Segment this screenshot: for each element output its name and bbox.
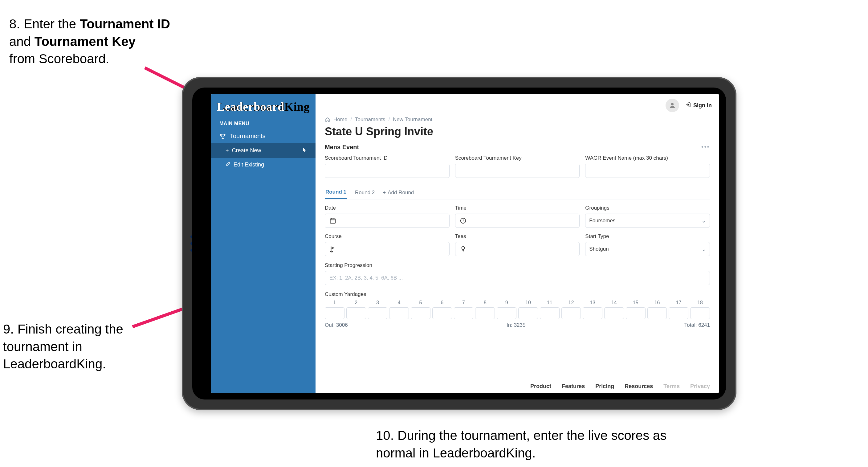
chevron-down-icon: ⌄ [702,217,706,224]
chevron-down-icon: ⌄ [702,246,706,253]
hole-yardage-input[interactable] [690,307,710,319]
instruction-step-10: 10. During the tournament, enter the liv… [376,427,700,462]
label-custom-yardages: Custom Yardages [325,291,710,297]
breadcrumb: Home / Tournaments / New Tournament [325,117,710,123]
sidebar-item-tournaments[interactable]: Tournaments [211,129,315,143]
sidebar-sub-label: Create New [232,147,261,154]
footer-pricing[interactable]: Pricing [595,383,614,390]
home-icon[interactable] [325,117,330,122]
instruction-step-9: 9. Finish creating the tournament in Lea… [3,321,135,373]
hole-yardage-input[interactable] [561,307,581,319]
hole-number: 8 [475,300,495,305]
sign-in-label: Sign In [693,103,712,109]
breadcrumb-tournaments[interactable]: Tournaments [355,117,385,123]
sidebar-sub-label: Edit Existing [234,162,264,168]
main-panel: Sign In Home / Tournaments / New T [315,94,719,393]
hole-number-row: 123456789101112131415161718 [325,300,710,305]
logo: LeaderboardKing [211,94,315,117]
label-starting-progression: Starting Progression [325,262,710,268]
hole-yardage-input[interactable] [475,307,495,319]
label-groupings: Groupings [585,205,710,211]
hole-yardage-input[interactable] [346,307,366,319]
tee-icon [459,245,467,253]
hole-yardage-input[interactable] [518,307,538,319]
input-scoreboard-id[interactable] [325,164,450,178]
hole-yardage-input[interactable] [411,307,430,319]
hole-yardage-input[interactable] [368,307,388,319]
hole-number: 12 [561,300,581,305]
sidebar: LeaderboardKing MAIN MENU Tournaments + … [211,94,315,393]
sign-in-button[interactable]: Sign In [685,102,712,109]
hole-yardage-input[interactable] [325,307,344,319]
footer-resources[interactable]: Resources [625,383,653,390]
tablet-side-buttons [182,235,193,252]
hole-yardage-input[interactable] [497,307,517,319]
breadcrumb-new-tournament[interactable]: New Tournament [393,117,432,123]
flag-icon [329,245,337,253]
hole-number: 2 [346,300,366,305]
hole-input-row [325,307,710,319]
hole-yardage-input[interactable] [432,307,452,319]
hole-yardage-input[interactable] [454,307,474,319]
label-wagr: WAGR Event Name (max 30 chars) [585,155,710,161]
footer-product[interactable]: Product [530,383,551,390]
calendar-icon [329,217,337,225]
footer-features[interactable]: Features [562,383,585,390]
hole-number: 9 [497,300,517,305]
hole-number: 16 [647,300,667,305]
footer-privacy[interactable]: Privacy [690,383,710,390]
sidebar-sub-create-new[interactable]: + Create New [211,143,315,158]
add-round-button[interactable]: + Add Round [383,189,414,196]
section-menu-icon[interactable]: ••• [701,144,710,150]
label-date: Date [325,205,450,211]
hole-number: 10 [518,300,538,305]
select-groupings[interactable]: Foursomes ⌄ [585,214,710,228]
label-start-type: Start Type [585,233,710,239]
label-scoreboard-key: Scoreboard Tournament Key [455,155,580,161]
footer-links: Product Features Pricing Resources Terms… [530,383,710,390]
tab-round-1[interactable]: Round 1 [325,186,347,199]
select-start-type[interactable]: Shotgun ⌄ [585,242,710,256]
plus-icon: + [225,147,229,154]
hole-number: 14 [604,300,624,305]
input-starting-progression[interactable]: EX: 1, 2A, 2B, 3, 4, 5, 6A, 6B ... [325,271,710,285]
label-scoreboard-id: Scoreboard Tournament ID [325,155,450,161]
grand-total: Total: 6241 [684,322,710,328]
input-tees[interactable] [455,242,580,256]
instruction-step-8: 8. Enter the Tournament ID and Tournamen… [9,16,182,68]
hole-number: 5 [411,300,430,305]
topbar: Sign In [315,94,719,117]
label-time: Time [455,205,580,211]
label-course: Course [325,233,450,239]
input-date[interactable] [325,214,450,228]
input-time[interactable] [455,214,580,228]
input-wagr[interactable] [585,164,710,178]
hole-number: 18 [690,300,710,305]
edit-icon [225,162,230,168]
input-course[interactable] [325,242,450,256]
page-title: State U Spring Invite [325,125,710,138]
round-tabs: Round 1 Round 2 + Add Round [325,186,710,199]
input-scoreboard-key[interactable] [455,164,580,178]
hole-yardage-input[interactable] [626,307,646,319]
hole-yardage-input[interactable] [389,307,409,319]
hole-number: 11 [540,300,560,305]
tab-round-2[interactable]: Round 2 [354,186,375,199]
footer-terms[interactable]: Terms [663,383,680,390]
avatar[interactable] [665,99,679,112]
svg-rect-3 [330,219,336,224]
hole-yardage-input[interactable] [669,307,688,319]
breadcrumb-home[interactable]: Home [333,117,347,123]
in-total: In: 3235 [506,322,525,328]
hole-yardage-input[interactable] [540,307,560,319]
hole-yardage-input[interactable] [604,307,624,319]
svg-point-6 [462,246,464,250]
hole-number: 3 [368,300,388,305]
hole-number: 15 [626,300,646,305]
svg-point-2 [671,103,674,106]
hole-yardage-input[interactable] [647,307,667,319]
hole-yardage-input[interactable] [583,307,602,319]
sidebar-menu-label: MAIN MENU [211,117,315,129]
hole-number: 13 [583,300,602,305]
sidebar-sub-edit-existing[interactable]: Edit Existing [211,158,315,172]
